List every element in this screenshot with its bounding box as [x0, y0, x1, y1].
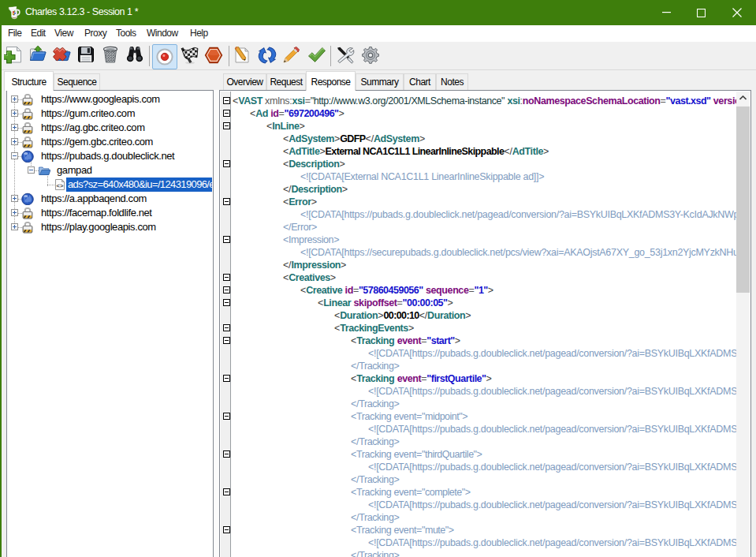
svg-text:<>: <> — [57, 182, 64, 189]
